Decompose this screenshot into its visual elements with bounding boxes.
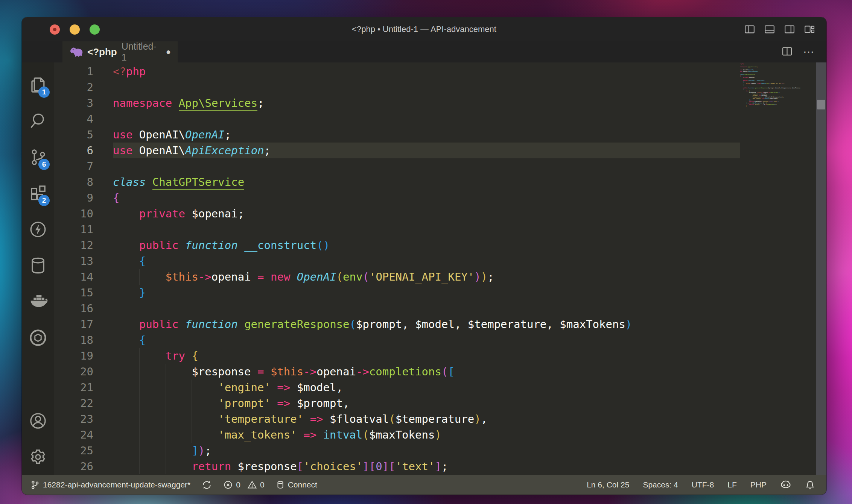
db-connect-button[interactable]: Connect [276,480,317,489]
git-branch-icon [30,480,40,490]
code-line[interactable]: 19try { [54,348,826,364]
line-number: 6 [54,143,93,158]
code-line[interactable]: 1<?php [54,64,826,79]
minimap[interactable]: <?phpnamespace App\Services;use OpenAI\O… [740,63,816,107]
line-number: 24 [54,427,93,443]
indentation-setting[interactable]: Spaces: 4 [643,480,678,489]
eol-setting[interactable]: LF [727,480,737,489]
sidebar-item-thunder-client[interactable] [22,211,54,247]
copilot-status[interactable] [780,479,791,490]
line-number: 17 [54,316,93,332]
code-line[interactable]: 21'engine' => $model, [54,380,826,395]
sidebar-item-database[interactable] [22,247,54,284]
code-line[interactable]: 13{ [54,253,826,269]
close-button[interactable] [50,24,60,35]
line-number: 8 [54,174,93,190]
sidebar-item-extensions[interactable]: 2 [22,175,54,211]
code-line[interactable]: 18{ [54,332,826,348]
sidebar-item-docker[interactable] [22,284,54,320]
line-number: 13 [54,253,93,269]
minimize-button[interactable] [70,24,80,35]
code-area[interactable]: 1<?php23namespace App\Services;45use Ope… [54,62,826,474]
sidebar-item-source-control[interactable]: 6 [22,139,54,175]
code-line[interactable]: 7 [54,158,826,174]
database-icon [276,480,285,489]
connect-label: Connect [288,480,317,489]
code-line[interactable]: 4 [54,111,826,127]
customize-layout-icon[interactable] [804,24,815,35]
scrollbar-thumb[interactable] [817,100,825,109]
sidebar-item-accounts[interactable] [22,403,54,439]
sidebar-item-explorer[interactable]: 1 [22,67,54,103]
line-number: 4 [54,111,93,127]
code-line[interactable]: 3namespace App\Services; [54,95,826,111]
code-line[interactable]: 23'temperature' => $floatval($temperatur… [54,411,826,427]
line-number: 23 [54,411,93,427]
code-line[interactable]: 20$response = $this->openai->completions… [54,364,826,380]
toggle-panel-icon[interactable] [764,24,775,35]
copilot-icon [780,479,791,490]
code-line[interactable]: 8class ChatGPTService [54,174,826,190]
minimap-line: } [740,105,816,107]
git-branch-status[interactable]: 16282-api-advancement-update-swagger* [30,480,190,490]
code-line[interactable]: 2 [54,79,826,95]
line-number: 14 [54,269,93,285]
sidebar-item-search[interactable] [22,103,54,139]
code-line[interactable]: 17public function generateResponse($prom… [54,316,826,332]
line-number: 5 [54,127,93,143]
code-line[interactable]: 6use OpenAI\ApiException; [54,143,826,158]
code-line[interactable]: 22'prompt' => $prompt, [54,395,826,411]
split-editor-icon[interactable] [782,46,793,58]
sidebar-item-settings[interactable] [22,439,54,475]
code-line[interactable]: 25]); [54,443,826,458]
line-number: 21 [54,380,93,395]
editor-scrollbar[interactable] [816,62,826,475]
titlebar[interactable]: <?php • Untitled-1 — API-advancement [22,17,826,41]
status-bar: 16282-api-advancement-update-swagger* 0 … [22,475,826,495]
problems-status[interactable]: 0 0 [223,480,264,490]
errors-icon [223,480,233,490]
cursor-position[interactable]: Ln 6, Col 25 [587,480,629,489]
toggle-primary-sidebar-icon[interactable] [744,24,755,35]
line-number: 19 [54,348,93,364]
sidebar-item-openai[interactable] [22,320,54,356]
tab-untitled-1[interactable]: <?php Untitled-1 ● [62,41,178,62]
errors-count: 0 [236,480,240,489]
code-line[interactable]: 11 [54,222,826,237]
code-line[interactable]: 12public function __construct() [54,237,826,253]
zoom-button[interactable] [90,24,100,35]
sync-changes-button[interactable] [202,480,212,490]
line-number: 1 [54,64,93,79]
branch-name: 16282-api-advancement-update-swagger* [43,480,190,489]
code-line[interactable]: 16 [54,301,826,316]
language-mode[interactable]: PHP [750,480,767,489]
code-line[interactable]: 26return $response['choices'][0]['text']… [54,458,826,474]
line-number: 15 [54,285,93,301]
code-line[interactable]: 9{ [54,190,826,206]
line-number: 25 [54,443,93,458]
layout-controls [744,17,815,41]
code-line[interactable]: 15} [54,285,826,301]
line-number: 16 [54,301,93,316]
code-line[interactable]: 14$this->openai = new OpenAI(env('OPENAI… [54,269,826,285]
line-number: 26 [54,458,93,474]
line-number: 11 [54,222,93,237]
line-number: 7 [54,158,93,174]
more-actions-icon[interactable]: ⋯ [803,46,815,58]
vscode-window: <?php • Untitled-1 — API-advancement [22,17,826,495]
line-number: 3 [54,95,93,111]
notifications-button[interactable] [805,480,815,490]
warnings-icon [247,480,257,490]
php-elephant-icon [69,44,83,59]
line-number: 2 [54,79,93,95]
code-line[interactable]: 5use OpenAI\OpenAI; [54,127,826,143]
editor[interactable]: 1<?php23namespace App\Services;45use Ope… [54,62,826,475]
extensions-badge: 2 [38,195,50,206]
line-number: 18 [54,332,93,348]
code-line[interactable]: 24'max_tokens' => intval($maxTokens) [54,427,826,443]
explorer-badge: 1 [38,87,50,98]
encoding-setting[interactable]: UTF-8 [692,480,714,489]
toggle-secondary-sidebar-icon[interactable] [784,24,795,35]
code-line[interactable]: 10private $openai; [54,206,826,222]
unsaved-dot-icon[interactable]: ● [166,47,171,57]
